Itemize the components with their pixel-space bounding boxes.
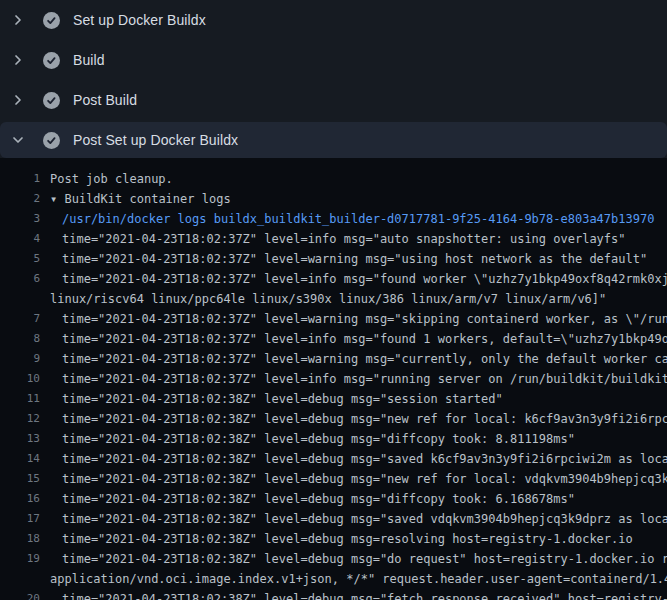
log-line-number[interactable]: 20 xyxy=(0,589,40,600)
chevron-right-icon xyxy=(10,52,26,68)
log-line-text: time="2021-04-23T18:02:38Z" level=debug … xyxy=(40,509,667,529)
log-line-text: ▾ BuildKit container logs xyxy=(40,189,667,209)
chevron-right-icon xyxy=(10,92,26,108)
log-line-text: Post job cleanup. xyxy=(40,169,667,189)
log-line-number[interactable]: 16 xyxy=(0,489,40,509)
log-line: 13time="2021-04-23T18:02:38Z" level=debu… xyxy=(0,429,667,449)
log-line-number[interactable]: 14 xyxy=(0,449,40,469)
log-viewer: 1Post job cleanup.2▾ BuildKit container … xyxy=(0,158,667,600)
steps-list: Set up Docker Buildx Build Post Build Po… xyxy=(0,0,667,158)
chevron-right-icon xyxy=(10,12,26,28)
log-line: 9time="2021-04-23T18:02:37Z" level=warni… xyxy=(0,349,667,369)
log-line-number[interactable]: 11 xyxy=(0,389,40,409)
check-circle-icon xyxy=(43,12,60,29)
log-line-text: application/vnd.oci.image.index.v1+json,… xyxy=(40,569,667,589)
log-line-number[interactable]: 2 xyxy=(0,189,40,209)
log-line-text: time="2021-04-23T18:02:37Z" level=warnin… xyxy=(40,309,667,329)
log-line-text: time="2021-04-23T18:02:37Z" level=info m… xyxy=(40,269,667,289)
log-command-text: /usr/bin/docker logs buildx_buildkit_bui… xyxy=(40,209,667,229)
log-line: 20time="2021-04-23T18:02:38Z" level=debu… xyxy=(0,589,667,600)
log-line-text: time="2021-04-23T18:02:37Z" level=info m… xyxy=(40,229,667,249)
log-line: 12time="2021-04-23T18:02:38Z" level=debu… xyxy=(0,409,667,429)
log-line-number[interactable]: 13 xyxy=(0,429,40,449)
log-line: 1Post job cleanup. xyxy=(0,169,667,189)
step-title: Post Set up Docker Buildx xyxy=(73,132,238,148)
log-line: 18time="2021-04-23T18:02:38Z" level=debu… xyxy=(0,529,667,549)
step-title: Build xyxy=(73,52,105,68)
log-line: 5time="2021-04-23T18:02:37Z" level=warni… xyxy=(0,249,667,269)
step-title: Set up Docker Buildx xyxy=(73,12,206,28)
log-line: linux/riscv64 linux/ppc64le linux/s390x … xyxy=(0,289,667,309)
log-line-number[interactable]: 1 xyxy=(0,169,40,189)
log-line: 6time="2021-04-23T18:02:37Z" level=info … xyxy=(0,269,667,289)
log-line-number[interactable]: 18 xyxy=(0,529,40,549)
log-line: 10time="2021-04-23T18:02:37Z" level=info… xyxy=(0,369,667,389)
log-line: 8time="2021-04-23T18:02:37Z" level=info … xyxy=(0,329,667,349)
log-line-number[interactable]: 8 xyxy=(0,329,40,349)
log-line-number[interactable]: 12 xyxy=(0,409,40,429)
log-line-text: time="2021-04-23T18:02:38Z" level=debug … xyxy=(40,389,667,409)
log-line: 15time="2021-04-23T18:02:38Z" level=debu… xyxy=(0,469,667,489)
step-title: Post Build xyxy=(73,92,137,108)
log-line-text: time="2021-04-23T18:02:38Z" level=debug … xyxy=(40,409,667,429)
log-line: 2▾ BuildKit container logs xyxy=(0,189,667,209)
log-line-number[interactable]: 15 xyxy=(0,469,40,489)
log-line-number xyxy=(0,289,40,309)
log-line-text: time="2021-04-23T18:02:37Z" level=info m… xyxy=(40,329,667,349)
check-circle-icon xyxy=(43,52,60,69)
log-line-number[interactable]: 10 xyxy=(0,369,40,389)
log-line-number[interactable]: 3 xyxy=(0,209,40,229)
log-line-number[interactable]: 9 xyxy=(0,349,40,369)
log-line-number[interactable]: 5 xyxy=(0,249,40,269)
log-line-text: time="2021-04-23T18:02:38Z" level=debug … xyxy=(40,589,667,600)
log-line-number[interactable]: 19 xyxy=(0,549,40,569)
log-line-number[interactable]: 17 xyxy=(0,509,40,529)
log-lines: 1Post job cleanup.2▾ BuildKit container … xyxy=(0,169,667,600)
log-line-text: time="2021-04-23T18:02:38Z" level=debug … xyxy=(40,469,667,489)
log-line: 3/usr/bin/docker logs buildx_buildkit_bu… xyxy=(0,209,667,229)
log-line: 14time="2021-04-23T18:02:38Z" level=debu… xyxy=(0,449,667,469)
log-line: 19time="2021-04-23T18:02:38Z" level=debu… xyxy=(0,549,667,569)
log-line-text: time="2021-04-23T18:02:37Z" level=warnin… xyxy=(40,249,667,269)
log-line-number[interactable]: 7 xyxy=(0,309,40,329)
log-line-number[interactable]: 4 xyxy=(0,229,40,249)
log-line-text: linux/riscv64 linux/ppc64le linux/s390x … xyxy=(40,289,667,309)
chevron-down-icon xyxy=(10,132,26,148)
check-circle-icon xyxy=(43,132,60,149)
log-line-text: time="2021-04-23T18:02:37Z" level=warnin… xyxy=(40,349,667,369)
log-line-text: time="2021-04-23T18:02:37Z" level=info m… xyxy=(40,369,667,389)
log-line-text: time="2021-04-23T18:02:38Z" level=debug … xyxy=(40,529,667,549)
step-row-post-build[interactable]: Post Build xyxy=(0,80,667,120)
log-line: 7time="2021-04-23T18:02:37Z" level=warni… xyxy=(0,309,667,329)
log-line: 16time="2021-04-23T18:02:38Z" level=debu… xyxy=(0,489,667,509)
step-row-setup-docker-buildx[interactable]: Set up Docker Buildx xyxy=(0,0,667,40)
log-line-text: time="2021-04-23T18:02:38Z" level=debug … xyxy=(40,429,667,449)
group-title[interactable]: BuildKit container logs xyxy=(57,192,230,206)
log-line-text: time="2021-04-23T18:02:38Z" level=debug … xyxy=(40,489,667,509)
log-line: 11time="2021-04-23T18:02:38Z" level=debu… xyxy=(0,389,667,409)
log-line: 4time="2021-04-23T18:02:37Z" level=info … xyxy=(0,229,667,249)
log-line-number xyxy=(0,569,40,589)
log-line-number[interactable]: 6 xyxy=(0,269,40,289)
log-line: application/vnd.oci.image.index.v1+json,… xyxy=(0,569,667,589)
step-row-build[interactable]: Build xyxy=(0,40,667,80)
log-line-text: time="2021-04-23T18:02:38Z" level=debug … xyxy=(40,449,667,469)
check-circle-icon xyxy=(43,92,60,109)
log-line-text: time="2021-04-23T18:02:38Z" level=debug … xyxy=(40,549,667,569)
step-row-post-setup-docker-buildx[interactable]: Post Set up Docker Buildx xyxy=(0,122,667,158)
log-line: 17time="2021-04-23T18:02:38Z" level=debu… xyxy=(0,509,667,529)
